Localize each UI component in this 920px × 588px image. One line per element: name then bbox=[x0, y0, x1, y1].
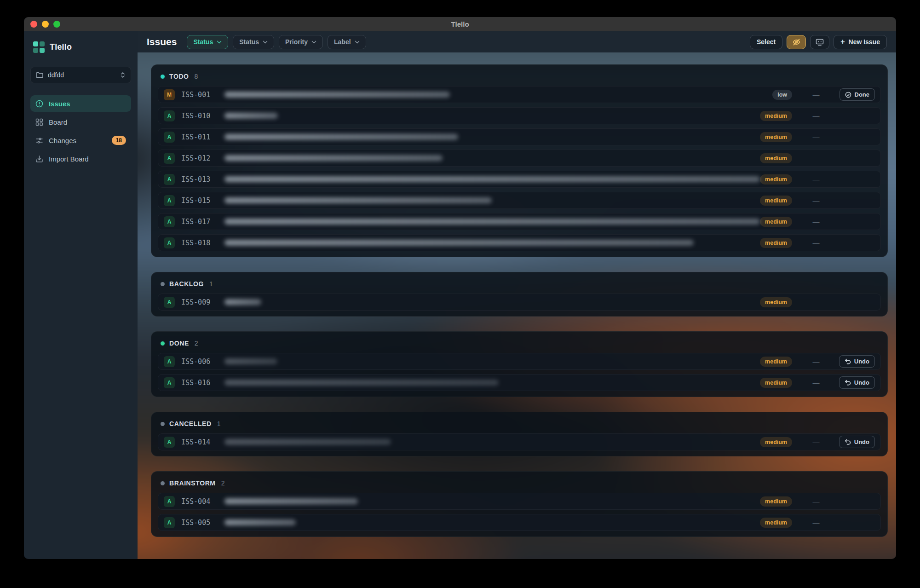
chevron-down-icon bbox=[311, 40, 316, 44]
page-title: Issues bbox=[147, 36, 177, 47]
issue-title-blurred bbox=[224, 155, 443, 161]
section-header: BACKLOG1 bbox=[161, 279, 881, 289]
select-button[interactable]: Select bbox=[750, 35, 782, 49]
new-issue-button[interactable]: + New Issue bbox=[834, 35, 887, 49]
sliders-icon bbox=[35, 137, 43, 144]
issue-sections: TODO8MISS-001low—DoneAISS-010medium—AISS… bbox=[138, 52, 896, 537]
label-placeholder: — bbox=[811, 91, 821, 98]
issue-row[interactable]: MISS-001low—Done bbox=[158, 86, 881, 103]
assignee-avatar: A bbox=[164, 132, 175, 143]
section-done: DONE2AISS-006medium—UndoAISS-016medium—U… bbox=[151, 331, 888, 397]
issue-id: ISS-009 bbox=[181, 298, 220, 306]
issue-row[interactable]: AISS-010medium— bbox=[158, 107, 881, 124]
label-placeholder: — bbox=[811, 112, 821, 120]
action-button-label: Undo bbox=[854, 438, 869, 445]
issue-row[interactable]: AISS-018medium— bbox=[158, 234, 881, 251]
undo-button[interactable]: Undo bbox=[839, 355, 875, 368]
issue-id: ISS-015 bbox=[181, 196, 220, 205]
issue-row[interactable]: AISS-012medium— bbox=[158, 150, 881, 167]
app-name: Tlello bbox=[50, 42, 72, 52]
label-placeholder: — bbox=[811, 196, 821, 204]
section-header: BRAINSTORM2 bbox=[161, 478, 881, 488]
label-placeholder: — bbox=[811, 298, 821, 306]
sidebar: Tlello ddfdd IssuesBoardChanges18Import … bbox=[24, 31, 138, 559]
sidebar-item-issues[interactable]: Issues bbox=[30, 95, 131, 112]
issue-row[interactable]: AISS-006medium—Undo bbox=[158, 353, 881, 370]
filter-chip-status-0[interactable]: Status bbox=[187, 35, 228, 49]
issue-row[interactable]: AISS-005medium— bbox=[158, 514, 881, 531]
issue-row[interactable]: AISS-004medium— bbox=[158, 493, 881, 510]
issue-row-meta: medium— bbox=[760, 174, 875, 184]
issue-row[interactable]: AISS-017medium— bbox=[158, 213, 881, 230]
section-count: 1 bbox=[209, 280, 213, 288]
label-placeholder: — bbox=[811, 379, 821, 386]
issue-id: ISS-005 bbox=[181, 519, 220, 527]
filter-chip-label-3[interactable]: Label bbox=[328, 35, 366, 49]
undo-button[interactable]: Undo bbox=[839, 376, 875, 389]
undo-icon bbox=[845, 439, 851, 445]
label-placeholder: — bbox=[811, 133, 821, 141]
issue-title-blurred bbox=[224, 498, 358, 504]
issue-title-blurred bbox=[224, 92, 450, 98]
issue-title-blurred bbox=[224, 176, 760, 182]
issue-id: ISS-006 bbox=[181, 357, 220, 366]
issue-id: ISS-014 bbox=[181, 438, 220, 446]
assignee-avatar: A bbox=[164, 437, 175, 448]
issue-row-meta: medium— bbox=[760, 153, 875, 163]
sidebar-item-import-board[interactable]: Import Board bbox=[30, 150, 131, 167]
board-select[interactable]: ddfdd bbox=[30, 67, 131, 83]
filter-chip-priority-2[interactable]: Priority bbox=[279, 35, 323, 49]
section-name: BACKLOG bbox=[169, 280, 204, 288]
priority-badge: medium bbox=[760, 174, 792, 184]
section-name: DONE bbox=[169, 340, 189, 347]
import-icon bbox=[35, 155, 43, 163]
filter-chip-status-1[interactable]: Status bbox=[233, 35, 274, 49]
assignee-avatar: M bbox=[164, 89, 175, 100]
issue-title-blurred bbox=[224, 358, 277, 364]
section-header: DONE2 bbox=[161, 338, 881, 348]
action-slot: Done bbox=[833, 88, 875, 101]
sidebar-item-changes[interactable]: Changes18 bbox=[30, 132, 131, 149]
section-header: CANCELLED1 bbox=[161, 419, 881, 429]
sidebar-item-board[interactable]: Board bbox=[30, 114, 131, 130]
assignee-avatar: A bbox=[164, 377, 175, 388]
action-button-label: Undo bbox=[854, 358, 869, 365]
issue-id: ISS-017 bbox=[181, 218, 220, 226]
undo-button[interactable]: Undo bbox=[839, 436, 875, 448]
issue-row[interactable]: AISS-011medium— bbox=[158, 128, 881, 145]
action-button-label: Undo bbox=[854, 379, 869, 386]
issue-row[interactable]: AISS-016medium—Undo bbox=[158, 374, 881, 391]
priority-badge: medium bbox=[760, 217, 792, 227]
sidebar-item-label: Changes bbox=[49, 137, 76, 144]
issue-row-meta: medium— bbox=[760, 217, 875, 227]
eye-off-button[interactable] bbox=[787, 35, 806, 49]
issue-row[interactable]: AISS-009medium— bbox=[158, 294, 881, 311]
sidebar-item-label: Issues bbox=[49, 100, 70, 108]
title-bar: Tlello bbox=[24, 17, 896, 31]
action-slot: Undo bbox=[833, 355, 875, 368]
undo-icon bbox=[845, 380, 851, 386]
issue-row[interactable]: AISS-014medium—Undo bbox=[158, 433, 881, 450]
compact-view-button[interactable] bbox=[810, 35, 829, 49]
priority-badge: medium bbox=[760, 378, 792, 388]
section-backlog: BACKLOG1AISS-009medium— bbox=[151, 272, 888, 317]
action-slot: Undo bbox=[833, 376, 875, 389]
issue-row[interactable]: AISS-013medium— bbox=[158, 171, 881, 188]
issue-row[interactable]: AISS-015medium— bbox=[158, 192, 881, 209]
issue-id: ISS-001 bbox=[181, 91, 220, 99]
done-button[interactable]: Done bbox=[840, 88, 875, 101]
issue-row-meta: medium— bbox=[760, 132, 875, 142]
issue-row-meta: medium— bbox=[760, 111, 875, 121]
section-count: 1 bbox=[217, 420, 221, 427]
section-rows: MISS-001low—DoneAISS-010medium—AISS-011m… bbox=[158, 86, 881, 251]
issue-id: ISS-013 bbox=[181, 175, 220, 184]
new-issue-label: New Issue bbox=[849, 38, 880, 46]
eye-off-icon bbox=[792, 38, 801, 46]
section-status-dot bbox=[161, 481, 165, 485]
sidebar-item-label: Board bbox=[49, 118, 67, 126]
issue-row-meta: medium—Undo bbox=[760, 376, 875, 389]
action-slot: Undo bbox=[833, 436, 875, 448]
chevron-down-icon bbox=[217, 40, 222, 44]
issue-id: ISS-004 bbox=[181, 497, 220, 506]
app-logo: Tlello bbox=[30, 41, 131, 53]
